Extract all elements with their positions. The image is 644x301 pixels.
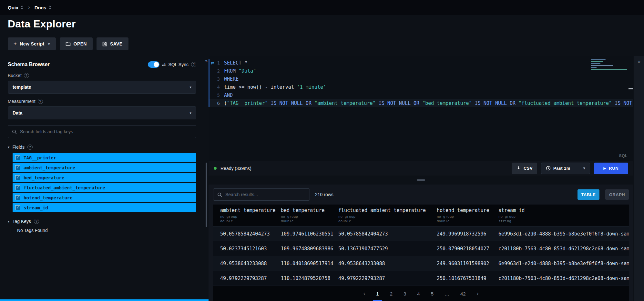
- schema-search: [8, 125, 196, 138]
- help-icon[interactable]: ?: [191, 62, 196, 67]
- results-search-input[interactable]: [225, 192, 306, 197]
- previous-page-button[interactable]: ‹: [363, 290, 365, 297]
- code-line[interactable]: ⇄1SELECT *: [209, 59, 633, 67]
- measurement-select[interactable]: Data ▾: [8, 106, 196, 119]
- download-icon: [516, 166, 521, 171]
- line-number-gutter: 2: [209, 68, 224, 74]
- schema-browser-title: Schema Browser: [8, 62, 50, 67]
- code-line[interactable]: 2FROM "Data": [209, 67, 633, 75]
- query-status-text: Ready (339ms): [220, 166, 251, 171]
- schema-search-input[interactable]: [20, 129, 192, 134]
- tag-keys-section-header[interactable]: ▾ Tag Keys ?: [8, 219, 196, 224]
- collapse-schema-panel-icon[interactable]: «: [205, 58, 207, 63]
- fields-section-header[interactable]: ▾ Fields ?: [8, 145, 196, 150]
- csv-label: CSV: [524, 166, 533, 171]
- table-row[interactable]: 50.05785842404273109.9746110623055150.05…: [213, 226, 629, 241]
- panel-resize-divider[interactable]: «: [204, 56, 209, 301]
- line-number: 6: [217, 101, 220, 106]
- next-page-button[interactable]: ›: [477, 290, 479, 297]
- column-header[interactable]: ambient_temperatureno groupdouble: [220, 207, 281, 224]
- pagination: ‹ 12345…42 ›: [213, 286, 629, 301]
- column-type: double: [338, 219, 434, 224]
- checkbox-checked-icon[interactable]: ✓: [15, 165, 20, 170]
- breadcrumb-environment[interactable]: Docs: [35, 5, 52, 10]
- checkbox-checked-icon[interactable]: ✓: [15, 205, 20, 210]
- run-label: RUN: [609, 166, 619, 171]
- tag-keys-label: Tag Keys: [13, 219, 31, 224]
- breadcrumb-label: Docs: [35, 5, 46, 10]
- main-content: Schema Browser ⇄ SQL Sync ? Bucket ? tem…: [0, 56, 644, 301]
- expand-right-panel-icon[interactable]: »: [638, 59, 640, 301]
- resize-grip-icon[interactable]: [417, 179, 425, 181]
- column-header[interactable]: stream_idno groupstring: [498, 207, 629, 224]
- page-button[interactable]: 2: [390, 291, 393, 296]
- table-cell: c201180b-7563-4c80-853d-d621298c2e68-dow…: [498, 276, 629, 281]
- open-button[interactable]: OPEN: [60, 37, 93, 50]
- table-row[interactable]: 49.9538643233088110.0401869051791449.953…: [213, 256, 629, 271]
- line-number-gutter: ⇄1: [209, 60, 224, 65]
- sql-sync-label: SQL Sync: [168, 62, 189, 67]
- table-cell: 249.96031191598902: [437, 261, 498, 266]
- table-row[interactable]: 49.9792229793287110.102487952075849.9792…: [213, 271, 629, 286]
- schema-panel-scrollbar[interactable]: [206, 163, 207, 227]
- table-cell: 6e9963d1-e2d0-4888-b395-b8be3ef0f6f8-dow…: [498, 231, 629, 237]
- page-button[interactable]: 3: [404, 291, 406, 296]
- time-range-select[interactable]: Past 1m ▾: [541, 163, 590, 174]
- sql-sync-toggle[interactable]: [148, 61, 159, 68]
- save-button[interactable]: SAVE: [97, 37, 128, 50]
- schema-panel-horizontal-scrollbar[interactable]: [0, 299, 209, 301]
- field-item[interactable]: ✓TAG__printer: [13, 153, 196, 162]
- table-cell: c201180b-7563-4c80-853d-d621298c2e68-dow…: [498, 246, 629, 252]
- table-cell: 50.13671907477529: [338, 246, 437, 252]
- field-item[interactable]: ✓fluctuated_ambient_temperature: [13, 183, 196, 192]
- editor-minimap[interactable]: [591, 59, 629, 71]
- graph-view-button[interactable]: GRAPH: [605, 189, 629, 200]
- fields-section: ▾ Fields ? ✓TAG__printer✓ambient_tempera…: [8, 145, 196, 212]
- checkbox-checked-icon[interactable]: ✓: [15, 185, 20, 190]
- code-text: AND: [224, 92, 633, 98]
- results-panel: 210 rows TABLE GRAPH ambient_temperature…: [209, 185, 633, 301]
- fields-list: ✓TAG__printer✓ambient_temperature✓bed_te…: [11, 153, 196, 212]
- bucket-label: Bucket: [8, 73, 22, 78]
- page-button[interactable]: 5: [431, 291, 434, 296]
- column-header[interactable]: bed_temperatureno groupdouble: [281, 207, 338, 224]
- table-header-row: ambient_temperatureno groupdoublebed_tem…: [213, 205, 629, 226]
- line-number-gutter: 3: [209, 76, 224, 82]
- field-item[interactable]: ✓stream_id: [13, 203, 196, 212]
- code-line[interactable]: 4time >= now() - interval '1 minute': [209, 83, 633, 91]
- checkbox-checked-icon[interactable]: ✓: [15, 155, 20, 160]
- results-resize-divider[interactable]: [209, 176, 633, 185]
- column-name: stream_id: [498, 207, 626, 213]
- code-line[interactable]: 3WHERE: [209, 75, 633, 83]
- help-icon[interactable]: ?: [27, 145, 33, 150]
- line-number: 4: [217, 85, 220, 90]
- help-icon[interactable]: ?: [38, 99, 43, 104]
- table-row[interactable]: 50.0237345121603109.9674880968398650.136…: [213, 241, 629, 256]
- topbar: Quix › Docs: [0, 0, 644, 15]
- breadcrumb-workspace[interactable]: Quix: [8, 5, 24, 10]
- script-toolbar: + New Script ▾ OPEN SAVE: [0, 33, 644, 56]
- table-body: 50.05785842404273109.9746110623055150.05…: [213, 226, 629, 286]
- field-item[interactable]: ✓bed_temperature: [13, 173, 196, 182]
- bucket-select[interactable]: template ▾: [8, 81, 196, 94]
- editor-scrollbar-handle[interactable]: [629, 88, 633, 89]
- help-icon[interactable]: ?: [24, 73, 29, 78]
- checkbox-checked-icon[interactable]: ✓: [15, 195, 20, 200]
- page-button[interactable]: 4: [417, 291, 420, 296]
- column-type: double: [220, 219, 278, 224]
- new-script-button[interactable]: + New Script ▾: [8, 37, 56, 50]
- page-button[interactable]: 42: [460, 291, 466, 296]
- checkbox-checked-icon[interactable]: ✓: [15, 175, 20, 180]
- run-query-button[interactable]: ▶ RUN: [594, 163, 628, 174]
- column-header[interactable]: hotend_temperatureno groupdouble: [437, 207, 498, 224]
- csv-download-button[interactable]: CSV: [512, 163, 537, 174]
- table-view-button[interactable]: TABLE: [578, 189, 599, 200]
- column-header[interactable]: fluctuated_ambient_temperatureno groupdo…: [338, 207, 437, 224]
- code-line[interactable]: 5AND: [209, 91, 633, 99]
- help-icon[interactable]: ?: [34, 219, 39, 224]
- page-button[interactable]: 1: [376, 291, 379, 296]
- field-item[interactable]: ✓ambient_temperature: [13, 163, 196, 172]
- field-item[interactable]: ✓hotend_temperature: [13, 193, 196, 202]
- code-line[interactable]: 6("TAG__printer" IS NOT NULL OR "ambient…: [209, 99, 633, 107]
- sql-editor[interactable]: ⇄1SELECT *2FROM "Data"3WHERE4time >= now…: [209, 56, 633, 161]
